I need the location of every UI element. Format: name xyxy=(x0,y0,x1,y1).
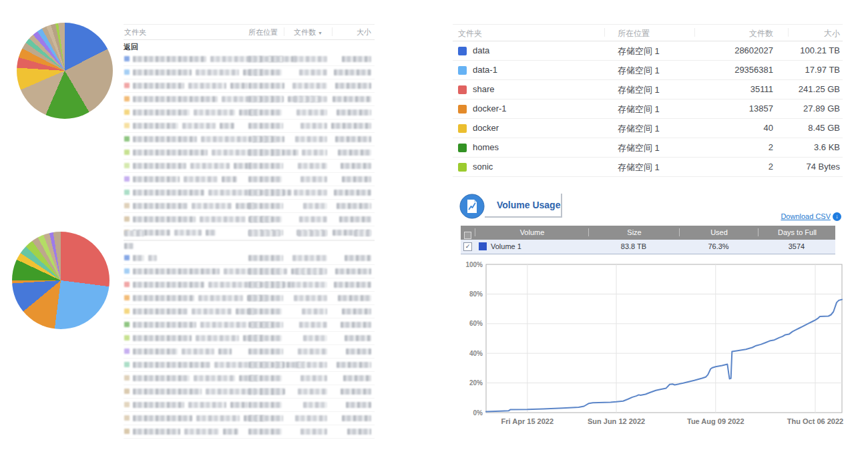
folder-row-blurred[interactable] xyxy=(124,213,375,226)
folder-color-chip xyxy=(458,85,467,94)
folder-row-blurred[interactable] xyxy=(124,425,375,439)
folder-row-blurred[interactable] xyxy=(124,332,375,345)
folder-row-blurred[interactable] xyxy=(124,372,375,385)
folder-size: 8.45 GB xyxy=(760,123,840,133)
folder-row[interactable]: docker存储空间 1408.45 GB xyxy=(453,119,843,138)
folder-row[interactable]: sonic存储空间 1274 Bytes xyxy=(453,158,843,177)
redacted-text xyxy=(198,295,243,301)
folder-row-blurred[interactable] xyxy=(124,305,375,318)
redacted-text xyxy=(345,335,371,341)
folder-row-blurred[interactable] xyxy=(124,120,375,133)
folder-row-blurred[interactable] xyxy=(124,146,375,160)
folder-row-blurred[interactable] xyxy=(124,200,375,213)
volume-row[interactable]: ✓ Volume 1 83.8 TB 76.3% 3574 xyxy=(461,240,835,254)
redacted-text xyxy=(248,255,283,261)
redacted-text xyxy=(248,429,282,435)
folder-row-blurred[interactable] xyxy=(124,399,375,412)
folder-row-blurred[interactable] xyxy=(124,412,375,425)
folder-row-blurred[interactable] xyxy=(124,133,375,146)
folder-row-blurred[interactable] xyxy=(124,93,375,106)
redacted-text xyxy=(133,163,186,169)
column-header-used: Used xyxy=(679,228,758,236)
redacted-text xyxy=(341,163,371,169)
redacted-text xyxy=(294,56,327,62)
redacted-text xyxy=(124,230,144,236)
back-link-blurred[interactable] xyxy=(124,241,375,252)
folder-color-chip xyxy=(124,268,130,274)
folder-row-blurred[interactable] xyxy=(124,252,375,265)
folder-row[interactable]: docker-1存储空间 11385727.89 GB xyxy=(453,99,843,119)
column-header-folder[interactable]: 文件夹 xyxy=(124,27,146,37)
volume-usage-table: Volume Size Used Days to Full ✓ Volume 1… xyxy=(461,226,835,254)
redacted-text xyxy=(248,230,280,236)
redacted-text xyxy=(133,349,178,355)
redacted-text xyxy=(248,150,282,156)
folder-row-blurred[interactable] xyxy=(124,186,375,200)
redacted-text xyxy=(294,295,327,301)
folder-row-blurred[interactable] xyxy=(124,173,375,186)
column-header-size[interactable]: 大小 xyxy=(780,28,840,39)
download-icon[interactable]: ↓ xyxy=(833,212,841,221)
volume-table-header: Volume Size Used Days to Full xyxy=(461,226,835,240)
folder-size: 17.97 TB xyxy=(760,65,840,75)
redacted-text xyxy=(341,389,371,395)
folder-row[interactable]: data-1存储空间 12935638117.97 TB xyxy=(453,61,843,80)
redacted-text xyxy=(294,96,327,102)
folder-row-blurred[interactable] xyxy=(124,66,375,79)
folder-color-chip xyxy=(458,124,467,133)
table-header-row: 文件夹 所在位置 文件数 大小 xyxy=(453,24,843,41)
redacted-text xyxy=(133,375,190,381)
redacted-text xyxy=(220,123,234,129)
folder-row-blurred[interactable] xyxy=(124,359,375,372)
svg-text:Thu Oct 06 2022: Thu Oct 06 2022 xyxy=(787,417,843,425)
folder-row-blurred[interactable] xyxy=(124,345,375,359)
redacted-text xyxy=(192,308,232,314)
download-csv-link[interactable]: Download CSV xyxy=(767,212,831,220)
redacted-text xyxy=(248,109,282,116)
redacted-text xyxy=(341,322,371,328)
column-header-files[interactable]: 文件数 xyxy=(713,28,773,39)
redacted-text xyxy=(133,389,202,395)
folder-color-chip xyxy=(458,105,467,113)
redacted-text xyxy=(299,216,327,222)
folder-row-blurred[interactable] xyxy=(124,106,375,120)
column-header-files[interactable]: 文件数 ▼ xyxy=(294,27,322,37)
folder-row-blurred[interactable] xyxy=(124,278,375,292)
redacted-text xyxy=(343,375,371,381)
select-all-checkbox[interactable] xyxy=(464,232,471,239)
folder-name: sonic xyxy=(473,162,493,172)
folder-row-blurred[interactable] xyxy=(124,265,375,278)
redacted-text xyxy=(338,150,371,156)
folder-row-blurred[interactable] xyxy=(124,79,375,93)
folder-row[interactable]: data存储空间 128602027100.21 TB xyxy=(453,41,843,61)
column-header-size[interactable]: 大小 xyxy=(357,27,371,37)
redacted-text xyxy=(299,322,327,328)
folder-row-blurred[interactable] xyxy=(124,318,375,332)
redacted-text xyxy=(190,163,230,169)
redacted-text xyxy=(300,375,327,381)
folder-location: 存储空间 1 xyxy=(618,65,660,77)
volume-legend-swatch xyxy=(479,242,487,250)
redacted-text xyxy=(196,69,239,75)
folder-location: 存储空间 1 xyxy=(618,123,660,135)
folder-row[interactable]: share存储空间 135111241.25 GB xyxy=(453,80,843,99)
folder-color-chip xyxy=(124,216,130,222)
redacted-text xyxy=(133,415,192,421)
folder-location: 存储空间 1 xyxy=(618,84,660,96)
folder-row-blurred[interactable] xyxy=(124,292,375,305)
column-header-location[interactable]: 所在位置 xyxy=(618,28,650,39)
redacted-text xyxy=(223,429,238,435)
redacted-text xyxy=(194,375,235,381)
folder-row[interactable]: homes存储空间 123.6 KB xyxy=(453,138,843,158)
volume-checkbox[interactable]: ✓ xyxy=(463,242,472,251)
folder-name: docker xyxy=(473,123,499,133)
redacted-text xyxy=(184,176,218,182)
column-header-folder[interactable]: 文件夹 xyxy=(458,28,482,39)
volume-size: 83.8 TB xyxy=(588,242,679,250)
back-link[interactable]: 返回 xyxy=(124,40,375,53)
folder-row-blurred[interactable] xyxy=(124,53,375,66)
redacted-text xyxy=(335,268,371,274)
folder-row-blurred[interactable] xyxy=(124,160,375,173)
column-header-location[interactable]: 所在位置 xyxy=(248,27,278,37)
folder-row-blurred[interactable] xyxy=(124,385,375,399)
